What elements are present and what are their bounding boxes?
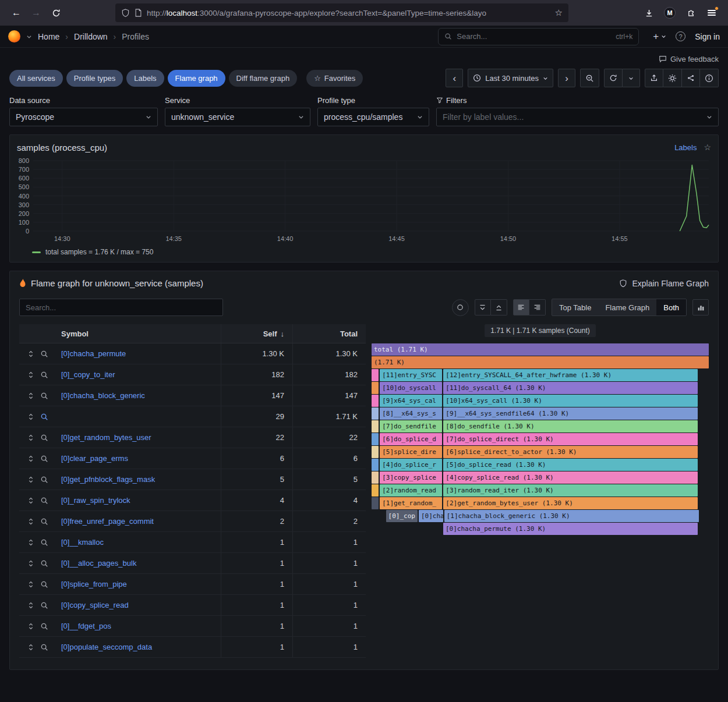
bookmark-star-icon[interactable]: ☆ — [555, 8, 563, 18]
browser-reload-button[interactable] — [47, 3, 65, 22]
search-symbol-icon[interactable] — [40, 455, 48, 463]
column-self[interactable]: Self↓ — [221, 324, 292, 343]
tab-flame-graph[interactable]: Flame graph — [168, 70, 225, 87]
browser-forward-button[interactable]: → — [27, 3, 45, 22]
tab-diff-flame-graph[interactable]: Diff flame graph — [229, 70, 298, 87]
time-series-chart[interactable]: 010020030040050060070080014:3014:3514:40… — [17, 157, 711, 246]
profile-type-select[interactable]: process_cpu/samples — [317, 108, 429, 126]
breadcrumb-drilldown[interactable]: Drilldown — [74, 32, 108, 41]
label-filters-input[interactable]: Filter by label values... — [436, 108, 719, 126]
data-source-select[interactable]: Pyroscope — [9, 108, 158, 126]
reorder-icon[interactable] — [27, 559, 35, 568]
tab-favorites[interactable]: ☆Favorites — [306, 70, 363, 87]
search-symbol-icon[interactable] — [40, 538, 48, 547]
symbol-link[interactable]: [0]chacha_block_generic — [61, 391, 221, 400]
symbol-link[interactable]: [0]clear_page_erms — [61, 454, 221, 463]
reorder-icon[interactable] — [27, 350, 35, 358]
flame-bar[interactable]: [9]__x64_sys_sendfile64 (1.30 K) — [443, 407, 698, 420]
flame-bar[interactable]: [0]_cop — [386, 510, 418, 522]
reorder-icon[interactable] — [27, 434, 35, 442]
flame-bar[interactable]: (1.71 K) — [372, 356, 709, 368]
flame-bar[interactable] — [372, 420, 379, 432]
search-symbol-icon[interactable] — [40, 350, 48, 358]
table-row[interactable]: [0]chacha_block_generic147147 — [19, 385, 366, 406]
flame-bar[interactable] — [372, 433, 379, 445]
flame-bar[interactable] — [372, 395, 379, 407]
flame-bar[interactable]: [5]splice_dire — [380, 446, 442, 458]
flame-bar[interactable]: [9]x64_sys_cal — [380, 395, 442, 407]
downloads-button[interactable] — [639, 3, 658, 22]
shield-icon[interactable] — [121, 9, 130, 17]
flame-bar[interactable]: [0]chacha_permute (1.30 K) — [443, 523, 698, 535]
flame-bar[interactable]: [3]random_read_iter (1.30 K) — [443, 484, 698, 497]
flame-bar[interactable]: [10]x64_sys_call (1.30 K) — [443, 395, 698, 407]
flame-bar[interactable]: [7]do_splice_direct (1.30 K) — [443, 433, 698, 445]
help-icon[interactable]: ? — [676, 31, 685, 41]
symbol-link[interactable]: [0]get_random_bytes_user — [61, 433, 221, 442]
reorder-icon[interactable] — [27, 517, 35, 526]
table-row[interactable]: [0]_copy_to_iter182182 — [19, 364, 366, 385]
flame-bar[interactable]: [11]entry_SYSC — [380, 369, 442, 381]
grafana-logo[interactable] — [8, 30, 20, 42]
search-symbol-icon[interactable] — [40, 392, 48, 400]
reorder-icon[interactable] — [27, 601, 35, 609]
refresh-interval-dropdown[interactable] — [623, 69, 640, 87]
flame-bar[interactable]: total (1.71 K) — [372, 343, 709, 356]
time-range-button[interactable]: Last 30 minutes — [468, 69, 553, 87]
flame-bar[interactable]: [0]cha — [419, 510, 443, 522]
flame-bar[interactable] — [372, 369, 379, 381]
table-row[interactable]: [0]chacha_permute1.30 K1.30 K — [19, 343, 366, 364]
symbol-link[interactable]: [0]get_pfnblock_flags_mask — [61, 475, 221, 484]
flame-bar[interactable]: [10]do_syscall — [380, 382, 442, 394]
symbol-link[interactable]: [0]chacha_permute — [61, 349, 221, 358]
search-symbol-icon[interactable] — [40, 434, 48, 442]
service-select[interactable]: unknown_service — [165, 108, 310, 126]
breadcrumb-profiles[interactable]: Profiles — [122, 32, 149, 41]
flame-bar[interactable]: [4]copy_splice_read (1.30 K) — [443, 471, 698, 484]
share-button[interactable] — [682, 69, 700, 87]
column-total[interactable]: Total — [292, 324, 366, 343]
table-row[interactable]: [0]__fdget_pos11 — [19, 616, 366, 637]
search-symbol-icon[interactable] — [40, 413, 48, 421]
flame-bar[interactable] — [372, 459, 379, 471]
tab-labels[interactable]: Labels — [126, 70, 164, 87]
table-row[interactable]: [0]_raw_spin_trylock44 — [19, 490, 366, 511]
browser-back-button[interactable]: ← — [7, 3, 26, 22]
reorder-icon[interactable] — [27, 538, 35, 547]
table-row[interactable]: [0]__kmalloc11 — [19, 532, 366, 553]
chevron-down-icon[interactable] — [26, 34, 32, 40]
view-option-top-table[interactable]: Top Table — [552, 299, 598, 315]
browser-menu-button[interactable] — [702, 3, 721, 22]
share-export-button[interactable] — [645, 69, 663, 87]
breadcrumb-home[interactable]: Home — [38, 32, 59, 41]
table-row[interactable]: 291.71 K — [19, 406, 366, 427]
flame-search-input[interactable]: Search... — [19, 299, 223, 316]
labels-link[interactable]: Labels — [674, 143, 697, 152]
flame-bar[interactable]: [8]__x64_sys_s — [380, 407, 442, 420]
flame-bar[interactable]: [8]do_sendfile (1.30 K) — [443, 420, 698, 432]
export-data-button[interactable] — [692, 299, 709, 315]
symbol-link[interactable]: [0]_copy_to_iter — [61, 370, 221, 379]
url-bar[interactable]: http://localhost:3000/a/grafana-pyroscop… — [115, 3, 568, 22]
table-row[interactable]: [0]copy_splice_read11 — [19, 595, 366, 616]
view-option-flame-graph[interactable]: Flame Graph — [598, 299, 656, 315]
search-symbol-icon[interactable] — [40, 559, 48, 568]
page-info-icon[interactable] — [135, 9, 142, 17]
search-symbol-icon[interactable] — [40, 497, 48, 505]
expand-all-button[interactable] — [491, 299, 507, 315]
search-symbol-icon[interactable] — [40, 622, 48, 630]
reorder-icon[interactable] — [27, 476, 35, 484]
flame-bar[interactable]: [5]do_splice_read (1.30 K) — [443, 459, 698, 471]
table-row[interactable]: [0]get_pfnblock_flags_mask55 — [19, 469, 366, 490]
search-symbol-icon[interactable] — [40, 517, 48, 526]
reorder-icon[interactable] — [27, 413, 35, 421]
flame-bar[interactable]: [11]do_syscall_64 (1.30 K) — [443, 382, 698, 394]
flame-bar[interactable] — [372, 484, 379, 497]
flame-bar[interactable]: [1]chacha_block_generic (1.30 K) — [444, 510, 699, 522]
nav-search-input[interactable]: Search... ctrl+k — [438, 28, 639, 45]
flame-bar[interactable]: [6]splice_direct_to_actor (1.30 K) — [443, 446, 698, 458]
new-button[interactable]: + — [653, 31, 666, 42]
reorder-icon[interactable] — [27, 580, 35, 588]
search-symbol-icon[interactable] — [40, 371, 48, 379]
table-row[interactable]: [0]get_random_bytes_user2222 — [19, 427, 366, 448]
